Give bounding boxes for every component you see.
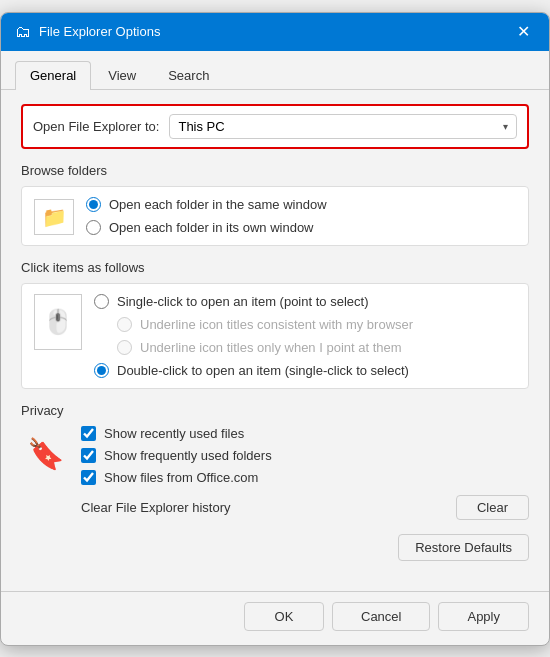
- folder-icon-box: 📁: [34, 199, 74, 235]
- title-bar: 🗂 File Explorer Options ✕: [1, 13, 549, 51]
- single-click-radio[interactable]: [94, 294, 109, 309]
- clear-button[interactable]: Clear: [456, 495, 529, 520]
- dialog-icon: 🗂: [15, 23, 31, 41]
- click-items-label: Click items as follows: [21, 260, 529, 275]
- underline-point-radio: [117, 340, 132, 355]
- click-radio-group: Single-click to open an item (point to s…: [94, 294, 413, 378]
- double-click-item[interactable]: Double-click to open an item (single-cli…: [94, 363, 413, 378]
- browse-folders-box: 📁 Open each folder in the same window Op…: [21, 186, 529, 246]
- clear-history-label: Clear File Explorer history: [81, 500, 231, 515]
- ok-button[interactable]: OK: [244, 602, 324, 631]
- file-explorer-options-dialog: 🗂 File Explorer Options ✕ General View S…: [0, 12, 550, 646]
- recent-files-item[interactable]: Show recently used files: [81, 426, 529, 441]
- frequent-folders-checkbox[interactable]: [81, 448, 96, 463]
- click-icon-box: 🖱️: [34, 294, 82, 350]
- chevron-down-icon: ▾: [503, 121, 508, 132]
- restore-row: Restore Defaults: [21, 534, 529, 567]
- browse-folders-label: Browse folders: [21, 163, 529, 178]
- recent-files-label: Show recently used files: [104, 426, 244, 441]
- tab-search[interactable]: Search: [153, 61, 224, 89]
- browse-own-window-label: Open each folder in its own window: [109, 220, 314, 235]
- browse-folders-section: Browse folders 📁 Open each folder in the…: [21, 163, 529, 246]
- underline-browser-radio: [117, 317, 132, 332]
- double-click-radio[interactable]: [94, 363, 109, 378]
- title-bar-title-group: 🗂 File Explorer Options: [15, 23, 160, 41]
- tab-view[interactable]: View: [93, 61, 151, 89]
- frequent-folders-label: Show frequently used folders: [104, 448, 272, 463]
- browse-own-window-radio[interactable]: [86, 220, 101, 235]
- dialog-footer: OK Cancel Apply: [1, 591, 549, 645]
- privacy-icon-box: 🔖: [21, 426, 69, 482]
- recent-files-checkbox[interactable]: [81, 426, 96, 441]
- browse-own-window-item[interactable]: Open each folder in its own window: [86, 220, 327, 235]
- open-explorer-row: Open File Explorer to: This PC ▾: [21, 104, 529, 149]
- underline-point-indent: Underline icon titles only when I point …: [117, 340, 413, 355]
- underline-browser-label: Underline icon titles consistent with my…: [140, 317, 413, 332]
- privacy-checkbox-group: Show recently used files Show frequently…: [81, 426, 529, 485]
- browse-same-window-item[interactable]: Open each folder in the same window: [86, 197, 327, 212]
- frequent-folders-item[interactable]: Show frequently used folders: [81, 448, 529, 463]
- privacy-label: Privacy: [21, 403, 529, 418]
- underline-browser-indent: Underline icon titles consistent with my…: [117, 317, 413, 332]
- apply-button[interactable]: Apply: [438, 602, 529, 631]
- tab-general[interactable]: General: [15, 61, 91, 90]
- cancel-button[interactable]: Cancel: [332, 602, 430, 631]
- dialog-content: Open File Explorer to: This PC ▾ Browse …: [1, 90, 549, 591]
- restore-defaults-button[interactable]: Restore Defaults: [398, 534, 529, 561]
- browse-same-window-label: Open each folder in the same window: [109, 197, 327, 212]
- dialog-title: File Explorer Options: [39, 24, 160, 39]
- click-items-inner: 🖱️ Single-click to open an item (point t…: [34, 294, 516, 378]
- office-files-checkbox[interactable]: [81, 470, 96, 485]
- privacy-inner: 🔖 Show recently used files Show frequent…: [21, 426, 529, 520]
- office-files-label: Show files from Office.com: [104, 470, 258, 485]
- folder-icon: 📁: [42, 205, 67, 229]
- underline-browser-item: Underline icon titles consistent with my…: [117, 317, 413, 332]
- click-items-box: 🖱️ Single-click to open an item (point t…: [21, 283, 529, 389]
- single-click-item[interactable]: Single-click to open an item (point to s…: [94, 294, 413, 309]
- underline-point-label: Underline icon titles only when I point …: [140, 340, 402, 355]
- tabs-bar: General View Search: [1, 51, 549, 90]
- click-items-section: Click items as follows 🖱️ Single-click t…: [21, 260, 529, 389]
- double-click-label: Double-click to open an item (single-cli…: [117, 363, 409, 378]
- clear-row: Clear File Explorer history Clear: [81, 495, 529, 520]
- privacy-controls: Show recently used files Show frequently…: [81, 426, 529, 520]
- underline-point-item: Underline icon titles only when I point …: [117, 340, 413, 355]
- privacy-section: Privacy 🔖 Show recently used files Show …: [21, 403, 529, 520]
- browse-radio-group: Open each folder in the same window Open…: [86, 197, 327, 235]
- office-files-item[interactable]: Show files from Office.com: [81, 470, 529, 485]
- open-explorer-dropdown[interactable]: This PC ▾: [169, 114, 517, 139]
- close-button[interactable]: ✕: [511, 20, 535, 44]
- single-click-label: Single-click to open an item (point to s…: [117, 294, 368, 309]
- privacy-icon: 🔖: [27, 436, 64, 471]
- click-icon: 🖱️: [43, 308, 73, 336]
- open-explorer-value: This PC: [178, 119, 224, 134]
- browse-same-window-radio[interactable]: [86, 197, 101, 212]
- open-explorer-label: Open File Explorer to:: [33, 119, 159, 134]
